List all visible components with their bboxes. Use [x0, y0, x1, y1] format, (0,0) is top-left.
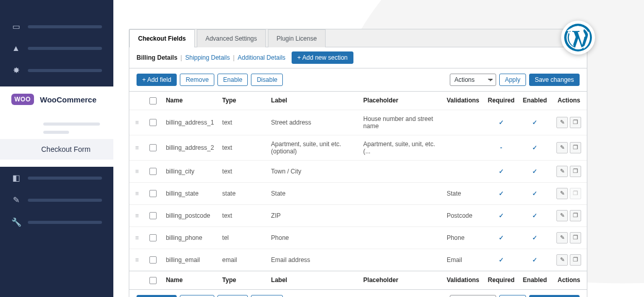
edit-icon[interactable]: ✎ — [556, 142, 568, 153]
cell-validation — [443, 135, 484, 160]
apply-button[interactable]: Apply — [499, 295, 526, 297]
enabled-indicator: ✓ — [532, 190, 537, 197]
cube-icon: ◧ — [11, 173, 21, 183]
drag-handle-icon[interactable]: ≡ — [135, 168, 139, 175]
cell-label: State — [267, 182, 359, 204]
cell-type: tel — [218, 226, 267, 249]
table-row: ≡billing_address_2textApartment, suite, … — [129, 135, 587, 160]
select-all-checkbox[interactable] — [149, 277, 157, 284]
toolbar-top: + Add field Remove Enable Disable Action… — [129, 68, 587, 91]
sidebar-item-placeholder[interactable]: ✎ — [0, 189, 113, 211]
drag-handle-icon[interactable]: ≡ — [135, 144, 139, 151]
sidebar-item-placeholder[interactable]: 🔧 — [0, 211, 113, 233]
cell-label: Street address — [267, 110, 359, 135]
add-section-button[interactable]: + Add new section — [292, 51, 353, 64]
col-placeholder: Placeholder — [359, 92, 443, 110]
sidebar-item-woocommerce[interactable]: WOO WooCommerce — [0, 86, 113, 112]
sidebar-item-placeholder[interactable]: ◧ — [0, 167, 113, 189]
edit-icon[interactable]: ✎ — [556, 254, 568, 266]
tab-advanced-settings[interactable]: Advanced Settings — [197, 29, 266, 47]
cell-label: Town / City — [267, 160, 359, 182]
section-link-shipping[interactable]: Shipping Details — [185, 54, 230, 61]
col-name: Name — [162, 92, 218, 110]
placeholder-line — [28, 177, 102, 180]
row-checkbox[interactable] — [149, 256, 157, 264]
edit-icon[interactable]: ✎ — [556, 117, 568, 128]
col-type: Type — [218, 92, 267, 110]
cell-name: billing_email — [162, 249, 218, 271]
table-row: ≡billing_phonetelPhonePhone✓✓✎❐ — [129, 226, 587, 249]
row-checkbox[interactable] — [149, 212, 157, 219]
cell-type: text — [218, 204, 267, 226]
table-row: ≡billing_emailemailEmail addressEmail✓✓✎… — [129, 249, 587, 271]
copy-icon[interactable]: ❐ — [570, 254, 581, 266]
tab-checkout-fields[interactable]: Checkout Fields — [129, 29, 195, 47]
wrench-icon: 🔧 — [11, 217, 21, 227]
cell-validation — [443, 110, 484, 135]
copy-icon[interactable]: ❐ — [570, 210, 581, 221]
enable-button[interactable]: Enable — [217, 295, 248, 297]
row-checkbox[interactable] — [149, 168, 157, 175]
enabled-indicator: ✓ — [532, 144, 537, 151]
tabs-bar: Checkout Fields Advanced Settings Plugin… — [129, 29, 587, 47]
sidebar-item-placeholder[interactable]: ▭ — [0, 15, 113, 38]
row-checkbox[interactable] — [149, 190, 157, 197]
enabled-indicator: ✓ — [532, 212, 537, 219]
edit-icon[interactable]: ✎ — [556, 232, 568, 243]
copy-icon[interactable]: ❐ — [570, 166, 581, 177]
sidebar-submenu: Checkout Form — [0, 112, 113, 167]
copy-icon[interactable]: ❐ — [570, 232, 581, 243]
apply-button[interactable]: Apply — [499, 74, 526, 86]
remove-button[interactable]: Remove — [180, 295, 214, 297]
edit-icon[interactable]: ✎ — [556, 166, 568, 177]
remove-button[interactable]: Remove — [180, 74, 214, 86]
cell-placeholder — [359, 160, 443, 182]
enable-button[interactable]: Enable — [217, 74, 248, 86]
col-label: Label — [267, 92, 359, 110]
table-row: ≡billing_address_1textStreet addressHous… — [129, 110, 587, 135]
copy-icon[interactable]: ❐ — [570, 117, 581, 128]
placeholder-line — [43, 123, 100, 126]
separator: | — [233, 54, 234, 61]
row-checkbox[interactable] — [149, 234, 157, 241]
cell-placeholder — [359, 182, 443, 204]
cell-name: billing_address_1 — [162, 110, 218, 135]
drag-handle-icon[interactable]: ≡ — [135, 190, 139, 197]
cell-placeholder: House number and street name — [359, 110, 443, 135]
add-field-button[interactable]: + Add field — [137, 74, 177, 86]
table-row: ≡billing_postcodetextZIPPostcode✓✓✎❐ — [129, 204, 587, 226]
sidebar-item-placeholder[interactable]: ▲ — [0, 38, 113, 59]
save-changes-button[interactable]: Save changes — [529, 74, 580, 86]
sidebar-subitem-checkout-form[interactable]: Checkout Form — [0, 139, 113, 160]
drag-handle-icon[interactable]: ≡ — [135, 119, 139, 126]
drag-handle-icon[interactable]: ≡ — [135, 234, 139, 241]
required-indicator: ✓ — [499, 119, 504, 126]
cell-validation: Postcode — [443, 204, 484, 226]
row-checkbox[interactable] — [149, 144, 157, 151]
col-actions: Actions — [551, 92, 587, 110]
row-checkbox[interactable] — [149, 119, 157, 126]
section-link-billing[interactable]: Billing Details — [137, 54, 177, 61]
required-indicator: - — [500, 144, 502, 151]
edit-icon[interactable]: ✎ — [556, 210, 568, 221]
edit-icon[interactable]: ✎ — [556, 188, 568, 199]
bulk-actions-select[interactable]: Actions — [450, 295, 496, 297]
cell-placeholder: Apartment, suite, unit, etc. (... — [359, 135, 443, 160]
admin-sidebar: ▭ ▲ ✸ WOO WooCommerce Checkout Form ◧ ✎ … — [0, 0, 113, 297]
tab-plugin-license[interactable]: Plugin License — [268, 29, 326, 47]
drag-handle-icon[interactable]: ≡ — [135, 212, 139, 219]
wordpress-badge — [561, 21, 595, 55]
save-changes-button[interactable]: Save changes — [529, 295, 580, 297]
cell-validation: State — [443, 182, 484, 204]
disable-button[interactable]: Disable — [251, 295, 283, 297]
drag-handle-icon[interactable]: ≡ — [135, 256, 139, 264]
select-all-checkbox[interactable] — [149, 97, 157, 104]
copy-icon[interactable]: ❐ — [570, 142, 581, 153]
add-field-button[interactable]: + Add field — [137, 295, 177, 297]
disable-button[interactable]: Disable — [251, 74, 283, 86]
cell-placeholder — [359, 226, 443, 249]
sidebar-item-placeholder[interactable]: ✸ — [0, 59, 113, 81]
section-link-additional[interactable]: Additional Details — [238, 54, 285, 61]
bulk-actions-select[interactable]: Actions — [450, 74, 496, 86]
sidebar-item-label: WooCommerce — [40, 95, 97, 104]
